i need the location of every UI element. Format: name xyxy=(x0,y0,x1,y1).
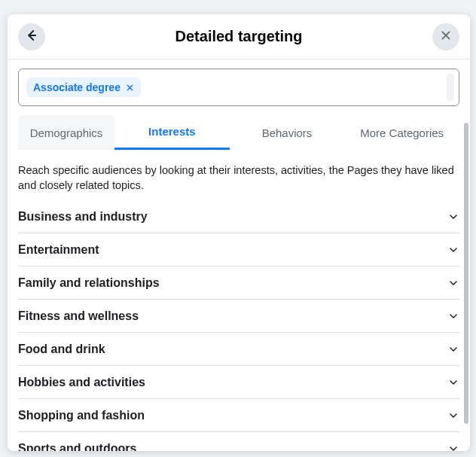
tab-bar: Demographics Interests Behaviors More Ca… xyxy=(18,115,459,150)
chevron-down-icon xyxy=(447,443,459,451)
arrow-left-icon xyxy=(25,29,38,45)
category-row[interactable]: Business and industry xyxy=(18,200,459,233)
category-row[interactable]: Entertainment xyxy=(18,233,459,267)
category-label: Hobbies and activities xyxy=(18,376,145,389)
modal-body: Associate degree Demographics Interests … xyxy=(8,59,470,451)
category-row[interactable]: Hobbies and activities xyxy=(18,366,459,399)
remove-chip-button[interactable] xyxy=(126,84,134,92)
tab-behaviors[interactable]: Behaviors xyxy=(230,115,345,150)
close-icon xyxy=(440,29,452,44)
category-label: Business and industry xyxy=(18,210,148,224)
modal-header: Detailed targeting xyxy=(8,14,470,59)
chevron-down-icon xyxy=(447,244,459,256)
category-label: Fitness and wellness xyxy=(18,309,139,323)
category-row[interactable]: Shopping and fashion xyxy=(18,399,459,432)
category-row[interactable]: Food and drink xyxy=(18,333,459,366)
tab-more-categories[interactable]: More Categories xyxy=(344,115,459,150)
category-label: Family and relationships xyxy=(18,276,160,290)
chevron-down-icon xyxy=(447,277,459,289)
back-button[interactable] xyxy=(18,23,45,50)
term-chip-label: Associate degree xyxy=(33,81,121,93)
scrollbar[interactable] xyxy=(464,123,468,424)
modal-title: Detailed targeting xyxy=(8,28,470,45)
close-icon xyxy=(126,84,134,92)
chevron-down-icon xyxy=(447,211,459,223)
category-label: Entertainment xyxy=(18,243,99,257)
tab-interests[interactable]: Interests xyxy=(114,115,230,150)
category-row[interactable]: Fitness and wellness xyxy=(18,300,459,333)
tab-description: Reach specific audiences by looking at t… xyxy=(18,163,459,193)
tab-demographics[interactable]: Demographics xyxy=(18,115,114,150)
chevron-down-icon xyxy=(447,343,459,355)
category-label: Shopping and fashion xyxy=(18,409,145,422)
category-row[interactable]: Family and relationships xyxy=(18,267,459,300)
chevron-down-icon xyxy=(447,310,459,322)
category-row[interactable]: Sports and outdoors xyxy=(18,432,459,451)
term-chip: Associate degree xyxy=(26,78,141,97)
category-label: Sports and outdoors xyxy=(18,442,136,451)
chevron-down-icon xyxy=(447,410,459,422)
selected-terms-input[interactable]: Associate degree xyxy=(18,69,459,106)
chevron-down-icon xyxy=(447,376,459,388)
category-list: Business and industry Entertainment Fami… xyxy=(18,200,459,451)
close-button[interactable] xyxy=(432,23,459,50)
category-label: Food and drink xyxy=(18,343,105,356)
detailed-targeting-modal: Detailed targeting Associate degree Demo… xyxy=(8,14,470,451)
